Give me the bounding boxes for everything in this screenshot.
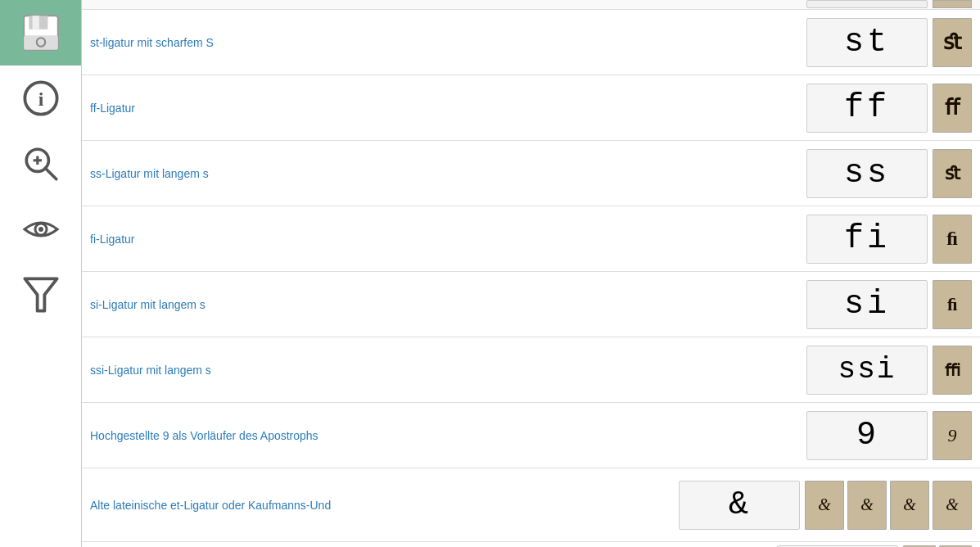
manuscript-images: & & & & <box>805 481 972 530</box>
manuscript-image[interactable]: ﬁ <box>933 215 972 264</box>
svg-point-12 <box>38 227 43 232</box>
preview-text: si <box>844 286 890 323</box>
preview-text: ssi <box>838 353 896 387</box>
preview-box[interactable]: 9 <box>806 411 928 460</box>
preview-text: fi <box>844 220 890 257</box>
manuscript-image[interactable]: 9 <box>933 411 972 460</box>
preview-box[interactable]: ssi <box>806 346 928 395</box>
table-row: st-ligatur mit scharfem S st ﬆ <box>82 10 980 75</box>
manuscript-images: ﬁ <box>933 215 972 264</box>
row-link[interactable]: Alte lateinische et-Ligatur oder Kaufman… <box>90 499 331 512</box>
partial-top-row <box>82 0 980 10</box>
table-row: ssi-Ligatur mit langem s ssi ﬃ <box>82 337 980 403</box>
row-link[interactable]: fi-Ligatur <box>90 233 134 246</box>
manuscript-image[interactable]: ﬆ <box>933 18 972 67</box>
row-label: st-ligatur mit scharfem S <box>90 36 806 49</box>
row-label: si-Ligatur mit langem s <box>90 298 806 311</box>
zoom-in-icon <box>21 144 61 183</box>
info-icon: i <box>21 79 61 118</box>
preview-text: -- <box>823 545 851 548</box>
floppy-disk-icon <box>21 13 61 52</box>
preview-text: st <box>844 24 890 61</box>
manuscript-images: 9 <box>933 411 972 460</box>
manuscript-image[interactable]: & <box>805 481 844 530</box>
manuscript-images: ﬆ <box>933 149 972 198</box>
manuscript-image[interactable]: ﬆ <box>933 149 972 198</box>
filter-icon <box>21 275 61 314</box>
manuscript-image[interactable]: & <box>933 481 972 530</box>
row-label: ss-Ligatur mit langem s <box>90 167 806 180</box>
manuscript-image[interactable]: & <box>890 481 929 530</box>
preview-box[interactable]: & <box>679 481 800 530</box>
svg-text:i: i <box>38 88 43 110</box>
table-row: Alte lateinische et-Ligatur oder Kaufman… <box>82 468 980 542</box>
manuscript-images: ﬁ <box>933 280 972 329</box>
row-label: ff-Ligatur <box>90 102 806 115</box>
preview-box[interactable]: ss <box>806 149 928 198</box>
save-button[interactable] <box>0 0 81 66</box>
table-row: Klein... -- <box>82 542 980 547</box>
row-label: ssi-Ligatur mit langem s <box>90 364 806 377</box>
eye-icon <box>21 210 61 249</box>
preview-box[interactable]: fi <box>806 215 928 264</box>
row-link[interactable]: si-Ligatur mit langem s <box>90 298 205 311</box>
manuscript-images: ﬀ <box>933 84 972 133</box>
row-link[interactable]: ss-Ligatur mit langem s <box>90 167 209 180</box>
table-row: si-Ligatur mit langem s si ﬁ <box>82 272 980 337</box>
ligature-table: st-ligatur mit scharfem S st ﬆ ff-Ligatu… <box>82 0 980 547</box>
preview-text: 9 <box>856 417 878 454</box>
filter-button[interactable] <box>0 262 81 328</box>
preview-box[interactable]: ff <box>806 84 928 133</box>
view-button[interactable] <box>0 197 81 262</box>
preview-box[interactable]: st <box>806 18 928 67</box>
preview-text: ff <box>844 89 890 126</box>
svg-marker-13 <box>25 278 56 310</box>
row-label: Alte lateinische et-Ligatur oder Kaufman… <box>90 499 679 512</box>
row-label: fi-Ligatur <box>90 233 806 246</box>
main-content: st-ligatur mit scharfem S st ﬆ ff-Ligatu… <box>82 0 980 547</box>
table-row: ss-Ligatur mit langem s ss ﬆ <box>82 141 980 206</box>
row-label: Hochgestellte 9 als Vorläufer des Apostr… <box>90 429 806 442</box>
row-link[interactable]: ff-Ligatur <box>90 102 135 115</box>
manuscript-image[interactable]: ﬀ <box>933 84 972 133</box>
info-button[interactable]: i <box>0 66 81 131</box>
preview-box[interactable]: si <box>806 280 928 329</box>
manuscript-image[interactable]: & <box>847 481 887 530</box>
row-link[interactable]: Hochgestellte 9 als Vorläufer des Apostr… <box>90 429 318 442</box>
svg-line-10 <box>45 168 56 179</box>
table-row: fi-Ligatur fi ﬁ <box>82 206 980 272</box>
row-link[interactable]: ssi-Ligatur mit langem s <box>90 364 211 377</box>
preview-text: ss <box>844 155 890 192</box>
table-row: ff-Ligatur ff ﬀ <box>82 75 980 141</box>
preview-text: & <box>729 486 750 523</box>
manuscript-image[interactable]: ﬃ <box>933 346 972 395</box>
manuscript-image[interactable]: ﬁ <box>933 280 972 329</box>
sidebar: i <box>0 0 82 547</box>
svg-rect-2 <box>32 16 38 29</box>
zoom-in-button[interactable] <box>0 131 81 197</box>
manuscript-images: ﬆ <box>933 18 972 67</box>
manuscript-images: ﬃ <box>933 346 972 395</box>
row-link[interactable]: st-ligatur mit scharfem S <box>90 36 214 49</box>
table-row: Hochgestellte 9 als Vorläufer des Apostr… <box>82 403 980 468</box>
